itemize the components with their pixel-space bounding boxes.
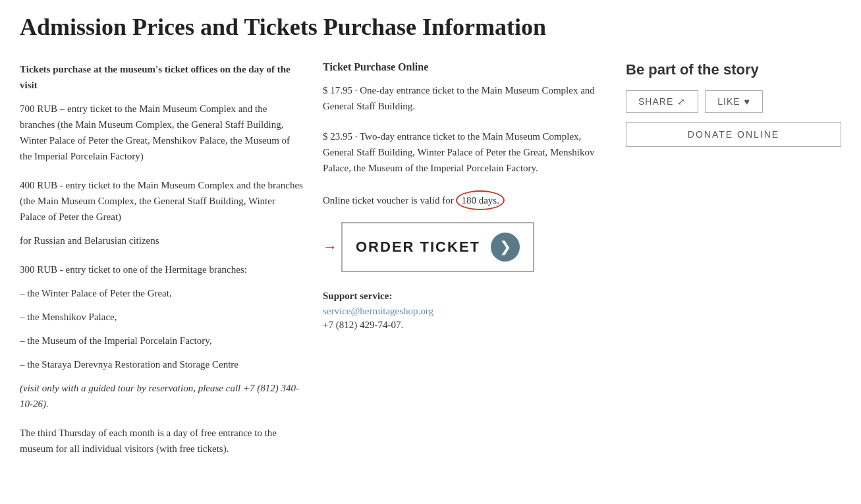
share-button[interactable]: SHARE ⤢ [626, 90, 698, 113]
price-2-desc: · Two-day entrance ticket to the Main Mu… [323, 131, 594, 173]
support-label: Support service: [323, 291, 606, 302]
entry-300-section: 300 RUB - entry ticket to one of the Her… [20, 262, 303, 412]
tickets-office-section: Tickets purchase at the museum's ticket … [20, 61, 303, 164]
order-ticket-label: ORDER TICKET [356, 238, 480, 256]
entry-700-text: 700 RUB – entry ticket to the Main Museu… [20, 101, 303, 164]
price-2-amount: $ 23.95 [323, 131, 352, 142]
social-buttons: SHARE ⤢ LIKE ♥ [626, 90, 841, 113]
share-icon: ⤢ [677, 96, 686, 107]
right-column-heading: Be part of the story [626, 61, 841, 78]
price-1-desc: · One-day entrance ticket to the Main Mu… [323, 85, 595, 111]
entry-400-text: 400 RUB - entry ticket to the Main Museu… [20, 177, 303, 225]
tickets-office-heading: Tickets purchase at the museum's ticket … [20, 61, 303, 93]
entry-400-section: 400 RUB - entry ticket to the Main Museu… [20, 177, 303, 248]
branch-1: – the Winter Palace of Peter the Great, [20, 285, 303, 301]
voucher-note: Online ticket voucher is valid for 180 d… [323, 190, 606, 210]
chevron-icon: ❯ [499, 238, 511, 256]
support-section: Support service: service@hermitageshop.o… [323, 291, 606, 331]
like-label: LIKE [717, 96, 740, 107]
entry-300-text: 300 RUB - entry ticket to one of the Her… [20, 262, 303, 277]
arrow-indicator: → [323, 238, 337, 256]
online-section-title: Ticket Purchase Online [323, 61, 606, 73]
branch-4: – the Staraya Derevnya Restoration and S… [20, 356, 303, 372]
order-ticket-container: → ORDER TICKET ❯ [323, 222, 606, 272]
left-column: Tickets purchase at the museum's ticket … [20, 61, 323, 470]
page-title: Admission Prices and Tickets Purchase In… [20, 13, 841, 42]
arrow-icon: → [323, 238, 337, 256]
voucher-note-prefix: Online ticket voucher is valid for [323, 195, 454, 206]
share-label: SHARE [638, 96, 673, 107]
price-1-amount: $ 17.95 [323, 85, 352, 96]
support-phone: +7 (812) 429-74-07. [323, 320, 606, 331]
order-ticket-chevron: ❯ [491, 233, 520, 262]
like-button[interactable]: LIKE ♥ [705, 90, 763, 113]
price-2-block: $ 23.95 · Two-day entrance ticket to the… [323, 128, 606, 176]
middle-column: Ticket Purchase Online $ 17.95 · One-day… [323, 61, 626, 331]
like-icon: ♥ [744, 96, 750, 107]
voucher-days-circled: 180 days. [456, 190, 505, 210]
branch-note: (visit only with a guided tour by reserv… [20, 380, 303, 412]
support-email-wrapper[interactable]: service@hermitageshop.org [323, 306, 606, 317]
order-ticket-button[interactable]: ORDER TICKET ❯ [341, 222, 534, 272]
support-email-link[interactable]: service@hermitageshop.org [323, 306, 433, 316]
donate-button[interactable]: DONATE ONLINE [626, 122, 841, 147]
right-column: Be part of the story SHARE ⤢ LIKE ♥ DONA… [626, 61, 841, 147]
entry-400-sub: for Russian and Belarusian citizens [20, 233, 303, 248]
branch-3: – the Museum of the Imperial Porcelain F… [20, 333, 303, 349]
free-thursday-text: The third Thursday of each month is a da… [20, 425, 303, 457]
free-thursday-section: The third Thursday of each month is a da… [20, 425, 303, 457]
branch-2: – the Menshikov Palace, [20, 309, 303, 325]
price-1-block: $ 17.95 · One-day entrance ticket to the… [323, 82, 606, 114]
